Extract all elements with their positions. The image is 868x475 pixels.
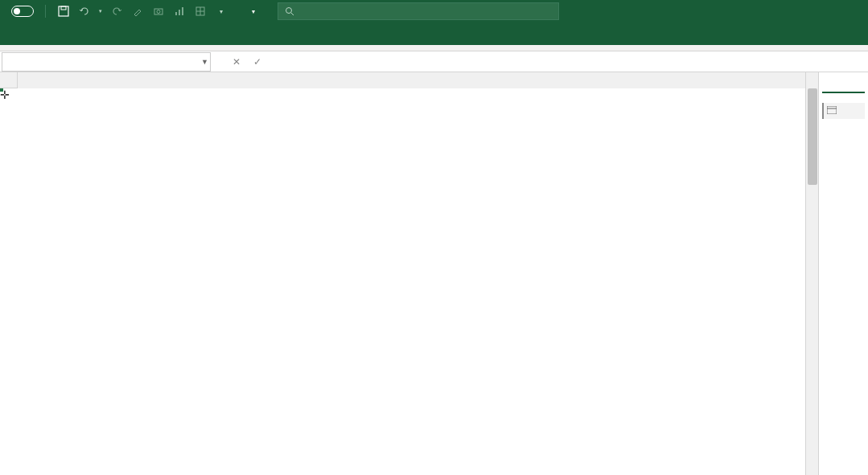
svg-line-11 [291,13,294,15]
name-box[interactable]: ▼ [2,52,211,72]
redo-icon[interactable] [109,3,125,19]
undo-icon[interactable] [76,3,93,19]
brush-icon[interactable] [130,3,146,19]
filename-area[interactable]: ▾ [249,8,255,15]
save-icon[interactable] [56,3,72,19]
pane-tab-queries[interactable] [822,88,865,93]
ribbon-tabs [0,23,868,45]
query-item[interactable] [822,103,865,119]
cursor-cross-icon: ✛ [0,88,10,101]
title-bar: ▾ ▾ ▾ [0,0,868,23]
chart-icon[interactable] [171,3,187,19]
svg-point-10 [286,8,292,14]
table-icon [827,106,837,114]
selection-outline [0,88,3,92]
toggle-switch[interactable] [11,6,34,17]
svg-point-3 [157,10,160,14]
svg-rect-12 [827,106,837,114]
formula-input[interactable] [288,53,868,71]
search-input[interactable] [278,2,559,20]
svg-rect-6 [182,7,183,15]
enter-icon[interactable]: ✓ [248,53,267,71]
spreadsheet-grid[interactable]: ✛ [0,72,805,475]
formula-bar: ▼ ✕ ✓ [0,51,868,72]
namebox-dropdown-icon[interactable]: ▼ [201,58,208,66]
select-all-corner[interactable] [0,72,18,88]
quick-access-toolbar: ▾ ▾ [56,3,229,19]
fx-label[interactable] [269,53,288,71]
cancel-icon[interactable]: ✕ [227,53,246,71]
svg-rect-1 [61,6,66,10]
filename-dropdown-icon[interactable]: ▾ [252,8,255,15]
search-icon [285,6,294,16]
svg-rect-4 [175,12,177,15]
queries-pane [818,72,868,475]
svg-rect-5 [179,10,180,15]
camera-icon[interactable] [150,3,167,19]
vertical-scrollbar[interactable] [805,72,818,475]
grid-icon[interactable] [192,3,208,19]
qat-dropdown-icon[interactable]: ▾ [213,3,229,19]
undo-dropdown-icon[interactable]: ▾ [97,3,104,19]
scrollbar-thumb[interactable] [808,88,817,185]
autosave-toggle[interactable] [6,6,39,17]
svg-rect-0 [59,6,68,16]
ribbon-body [0,45,868,51]
